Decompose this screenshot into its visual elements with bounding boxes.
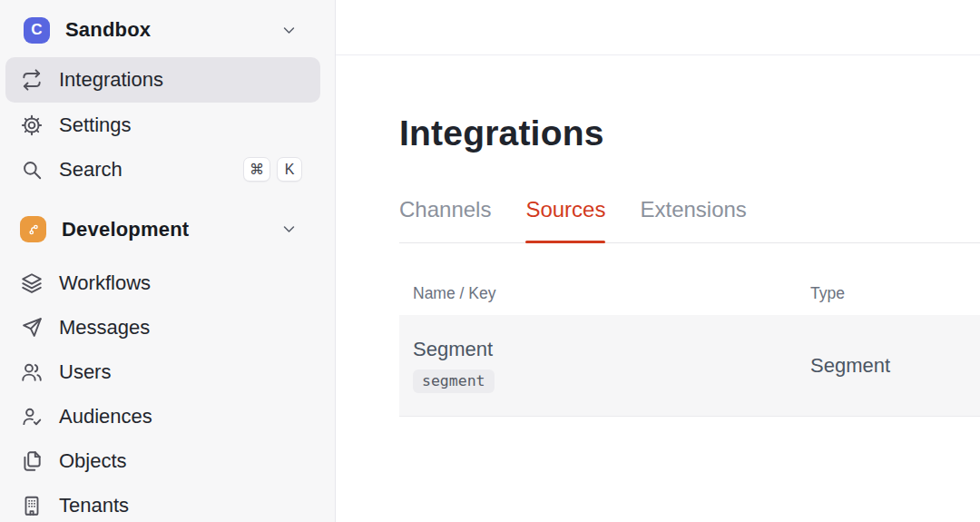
sidebar-item-label: Tenants [59, 494, 129, 517]
development-section-label: Development [62, 218, 189, 241]
sidebar-item-label: Workflows [59, 271, 151, 295]
search-shortcut: ⌘ K [243, 157, 302, 182]
sidebar-item-workflows[interactable]: Workflows [5, 261, 320, 305]
paper-plane-icon [20, 316, 44, 340]
tab-extensions[interactable]: Extensions [640, 196, 746, 242]
source-key-badge: segment [413, 369, 495, 393]
copy-icon [20, 449, 44, 473]
sidebar-item-messages[interactable]: Messages [5, 305, 320, 350]
sidebar-item-label: Messages [59, 316, 150, 340]
development-section-switcher[interactable]: Development [5, 207, 320, 251]
sidebar-item-search[interactable]: Search ⌘ K [5, 147, 320, 192]
table-header: Name / Key Type [399, 243, 980, 315]
sidebar-nav-top: Integrations Settings Search ⌘ K [5, 57, 320, 192]
chevron-down-icon [281, 222, 297, 237]
source-type: Segment [810, 354, 890, 377]
column-header-type: Type [810, 284, 980, 303]
tab-channels[interactable]: Channels [399, 196, 491, 242]
layers-icon [20, 271, 44, 295]
sidebar-item-label: Users [59, 360, 111, 384]
sidebar-item-label: Search [59, 158, 122, 182]
tab-bar: Channels Sources Extensions [399, 196, 980, 243]
page-title: Integrations [399, 113, 980, 154]
sidebar-item-label: Objects [59, 449, 127, 473]
sidebar-item-settings[interactable]: Settings [5, 103, 320, 147]
tab-sources[interactable]: Sources [525, 196, 605, 242]
courier-logo: C [24, 17, 50, 44]
workspace-name: Sandbox [65, 18, 151, 42]
swap-arrows-icon [20, 68, 44, 92]
person-check-icon [20, 405, 44, 428]
building-icon [20, 494, 44, 517]
main-content: Integrations Channels Sources Extensions… [336, 0, 980, 522]
chevron-down-icon [281, 23, 297, 38]
search-icon [20, 158, 44, 182]
development-branch-icon [20, 216, 46, 242]
sidebar-item-tenants[interactable]: Tenants [5, 483, 320, 522]
workspace-switcher[interactable]: C Sandbox [5, 13, 320, 47]
sidebar-item-users[interactable]: Users [5, 350, 320, 394]
sidebar-item-audiences[interactable]: Audiences [5, 394, 320, 438]
column-header-name-key: Name / Key [399, 284, 810, 303]
sidebar-item-label: Settings [59, 113, 132, 137]
gear-icon [20, 113, 44, 137]
top-bar [336, 0, 980, 55]
sidebar-item-integrations[interactable]: Integrations [5, 57, 320, 103]
source-name: Segment [413, 338, 810, 361]
sidebar-nav-development: Workflows Messages Users [5, 261, 320, 522]
table-row[interactable]: Segment segment Segment [399, 315, 980, 417]
sidebar: C Sandbox Integrations Settings [0, 0, 336, 522]
users-icon [20, 360, 44, 384]
kbd-command: ⌘ [243, 157, 270, 182]
sidebar-item-label: Integrations [59, 68, 163, 92]
kbd-k: K [277, 157, 302, 182]
sidebar-item-label: Audiences [59, 405, 152, 428]
sidebar-item-objects[interactable]: Objects [5, 438, 320, 483]
sources-table: Name / Key Type Segment segment Segment [399, 243, 980, 417]
